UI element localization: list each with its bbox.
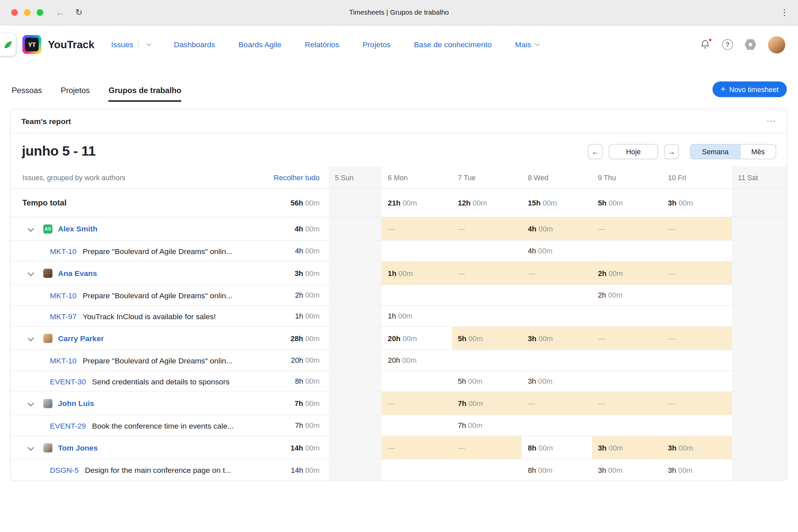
nav-item-base-de-conhecimento[interactable]: Base de conhecimento <box>414 40 492 49</box>
leaf-extension-badge[interactable] <box>0 33 16 56</box>
day-cell <box>452 306 522 326</box>
day-cell <box>732 285 787 305</box>
day-cell: 3h00m <box>522 371 592 391</box>
day-cell <box>329 436 382 459</box>
hours-text: 5h <box>458 334 467 342</box>
minutes-text: 00m <box>608 443 623 452</box>
nav-item-label: Dashboards <box>174 40 215 49</box>
back-icon[interactable]: ← <box>56 8 65 17</box>
issue-id-link[interactable]: DSGN-5 <box>50 466 79 474</box>
help-icon[interactable]: ? <box>722 39 733 50</box>
week-toggle[interactable]: Semana <box>690 144 740 158</box>
person-name-link[interactable]: Carry Parker <box>58 334 104 342</box>
minutes-text: 00m <box>469 399 483 407</box>
person-name-link[interactable]: Alex Smith <box>58 225 97 233</box>
zoom-window-button[interactable] <box>37 9 43 16</box>
total-duration: 56h00m <box>291 199 320 207</box>
day-cell <box>592 350 662 370</box>
day-cell <box>592 241 662 261</box>
overflow-menu-icon[interactable]: ⋮ <box>780 7 789 18</box>
minutes-text: 00m <box>398 312 412 320</box>
collapse-group-chevron-icon[interactable] <box>27 270 34 276</box>
hours-text: 21h <box>388 199 400 207</box>
day-header-cell: 9 Thu <box>592 167 662 189</box>
collapse-all-link[interactable]: Recolher tudo <box>274 173 320 181</box>
issue-row-left: MKT-10Prepare "Boulevard of Agile Dreams… <box>11 241 329 261</box>
new-timesheet-button[interactable]: + Novo timesheet <box>712 81 787 97</box>
settings-icon[interactable] <box>744 39 756 50</box>
person-name-link[interactable]: John Luis <box>58 399 94 407</box>
issue-id-link[interactable]: MKT-10 <box>50 356 76 365</box>
hours-text: 8h <box>295 377 303 385</box>
empty-dash: — <box>668 269 675 277</box>
person-name-link[interactable]: Ana Evans <box>58 269 97 277</box>
collapse-group-chevron-icon[interactable] <box>27 400 34 406</box>
minutes-text: 00m <box>473 199 487 207</box>
issue-id-link[interactable]: EVENT-29 <box>50 421 86 430</box>
header-actions: ? <box>700 36 785 53</box>
arrow-left-icon: ← <box>591 147 598 155</box>
day-cells: 2h00m <box>329 285 787 305</box>
day-cell <box>452 285 522 305</box>
duration-value: 14h00m <box>291 466 320 474</box>
nav-item-projetos[interactable]: Projetos <box>362 40 391 49</box>
prev-week-button[interactable]: ← <box>588 144 603 159</box>
day-cells: 7h00m <box>329 415 787 436</box>
minutes-text: 00m <box>679 199 693 207</box>
main-nav: Issues Dashboards Boards Agile Relatório… <box>111 40 539 49</box>
issue-row-left: MKT-97YouTrack InCloud is available for … <box>11 306 329 326</box>
nav-item-mais[interactable]: Mais <box>515 40 539 49</box>
day-cell <box>592 371 662 391</box>
duration-value: 5h00m <box>598 199 623 207</box>
notifications-button[interactable] <box>700 39 710 50</box>
minutes-text: 00m <box>679 443 693 452</box>
tab-pessoas[interactable]: Pessoas <box>12 86 42 102</box>
minutes-text: 00m <box>608 199 623 207</box>
reload-icon[interactable]: ↻ <box>75 8 83 17</box>
day-cell <box>329 189 382 217</box>
collapse-group-chevron-icon[interactable] <box>27 226 34 232</box>
nav-item-relatorios[interactable]: Relatórios <box>305 40 339 49</box>
month-toggle[interactable]: Mês <box>740 144 775 158</box>
issue-id-link[interactable]: MKT-97 <box>50 311 76 320</box>
tab-label: Pessoas <box>12 86 42 95</box>
plus-icon: + <box>721 84 725 94</box>
hours-text: 4h <box>528 225 537 233</box>
issue-id-link[interactable]: MKT-10 <box>50 247 76 255</box>
collapse-group-chevron-icon[interactable] <box>27 444 34 451</box>
brand-name[interactable]: YouTrack <box>48 39 94 51</box>
tab-projetos[interactable]: Projetos <box>61 86 90 102</box>
youtrack-logo[interactable]: YT <box>22 35 41 54</box>
minimize-window-button[interactable] <box>24 9 31 16</box>
nav-item-dashboards[interactable]: Dashboards <box>174 40 215 49</box>
nav-item-issues[interactable]: Issues <box>111 40 150 49</box>
day-cell: — <box>662 392 732 415</box>
chevron-down-icon[interactable] <box>146 41 151 46</box>
next-week-button[interactable]: → <box>664 144 679 159</box>
workgroup-tabs: Pessoas Projetos Grupos de trabalho <box>12 86 181 102</box>
duration-value: 7h00m <box>295 421 320 429</box>
minutes-text: 00m <box>468 421 482 429</box>
day-cell <box>522 350 592 370</box>
collapse-group-chevron-icon[interactable] <box>27 335 34 341</box>
person-name-link[interactable]: Tom Jones <box>58 443 98 452</box>
hours-text: 4h <box>295 247 303 255</box>
hours-text: 56h <box>291 199 303 207</box>
hours-text: 3h <box>598 466 606 474</box>
duration-value: 2h00m <box>295 291 320 299</box>
today-button[interactable]: Hoje <box>609 144 658 159</box>
day-header-cell: 7 Tue <box>452 167 522 189</box>
tab-grupos-de-trabalho[interactable]: Grupos de trabalho <box>109 86 182 102</box>
issue-id-link[interactable]: MKT-10 <box>50 291 76 300</box>
day-cell: 3h00m <box>592 436 662 459</box>
user-avatar[interactable] <box>768 36 785 53</box>
close-window-button[interactable] <box>11 9 18 16</box>
day-cell <box>382 285 452 305</box>
issue-id-link[interactable]: EVENT-30 <box>50 377 86 385</box>
day-cell <box>522 285 592 305</box>
person-row: Ana Evans3h00m1h00m——2h00m— <box>11 262 787 285</box>
day-cell <box>732 262 787 285</box>
nav-item-boards-agile[interactable]: Boards Agile <box>239 40 281 49</box>
report-menu-icon[interactable]: ⋯ <box>766 115 776 127</box>
duration-value: 1h00m <box>388 269 413 277</box>
